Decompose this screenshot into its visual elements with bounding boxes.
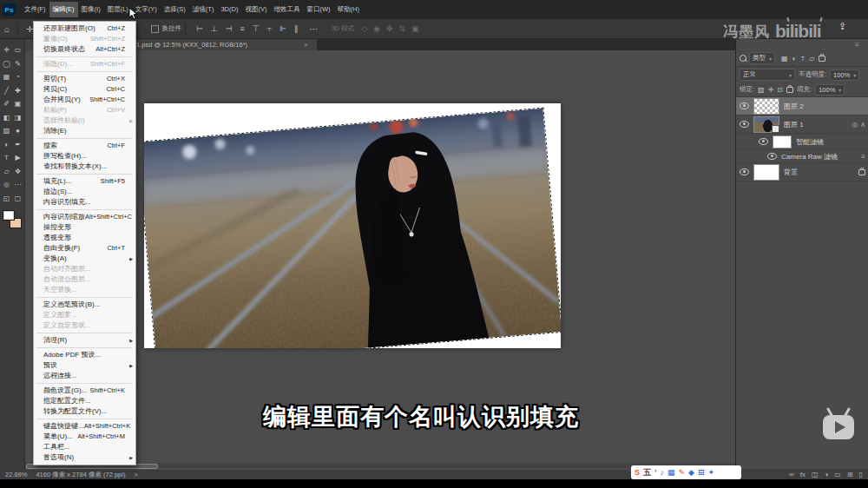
layer-name[interactable]: 图层 2 — [784, 102, 804, 111]
align-icon[interactable]: ≡ — [240, 24, 244, 34]
edit-menu-item[interactable]: 定义图案... — [34, 310, 135, 320]
tool-icon[interactable]: ✥ — [12, 165, 23, 179]
menubar-item[interactable]: 视图(V) — [241, 2, 270, 17]
color-swatches[interactable] — [3, 210, 22, 228]
input-toolbar-icon[interactable]: ’ — [654, 465, 657, 479]
document-canvas[interactable] — [144, 103, 561, 348]
edit-menu-item[interactable]: 工具栏... — [34, 442, 135, 452]
edit-menu-item[interactable]: 合并拷贝(Y) Shift+Ctrl+C — [34, 95, 135, 105]
edit-menu-item[interactable]: 菜单(U)... Alt+Shift+Ctrl+M — [34, 432, 135, 442]
menubar-item[interactable]: 窗口(W) — [303, 2, 333, 17]
lock-option-icon[interactable]: ⊡ — [777, 86, 783, 94]
edit-menu-item[interactable]: 切换最终状态 Alt+Ctrl+Z — [34, 44, 135, 55]
menubar-item[interactable]: 帮助(H) — [334, 2, 363, 17]
layer-row-layer2[interactable]: 图层 2 — [736, 97, 868, 115]
tool-icon[interactable]: T — [1, 151, 12, 165]
lock-option-icon[interactable]: ✛ — [768, 86, 774, 94]
fill-dropdown[interactable]: 100% ▾ — [815, 84, 845, 96]
input-toolbar-icon[interactable]: ♪ — [661, 465, 665, 479]
more-options-icon[interactable]: ⋯ — [309, 24, 318, 34]
smart-filters-label[interactable]: 智能滤镜 — [796, 137, 824, 147]
tool-icon[interactable]: ◔ — [12, 70, 23, 84]
camera-raw-label[interactable]: Camera Raw 滤镜 — [781, 152, 838, 162]
menubar-item[interactable]: 增效工具 — [270, 2, 303, 17]
menubar-item[interactable]: 编辑(E) — [49, 2, 78, 17]
tool-icon[interactable]: ▦ — [1, 70, 12, 84]
edit-menu-item[interactable]: 天空替换... — [34, 285, 135, 295]
edit-menu-item[interactable]: 渐隐(D)... Shift+Ctrl+F — [34, 59, 135, 69]
edit-menu-item[interactable]: 描边(S)... — [34, 187, 135, 197]
input-toolbar-icon[interactable]: ✎ — [679, 465, 686, 479]
menubar-item[interactable]: 选择(S) — [161, 2, 189, 17]
tool-icon[interactable]: ▱ — [1, 165, 12, 179]
menubar-item[interactable]: 滤镜(T) — [189, 2, 218, 17]
edit-menu-item[interactable]: 颜色设置(G)... Shift+Ctrl+K — [34, 386, 135, 396]
close-tab-icon[interactable]: × — [304, 41, 308, 49]
layer-row-layer1[interactable]: 图层 1 ◎ ∧ — [736, 115, 868, 134]
edit-menu-item[interactable]: 重做(O) Shift+Ctrl+Z — [34, 34, 135, 44]
edit-menu-item[interactable]: 填充(L)... Shift+F5 — [34, 176, 135, 187]
align-icon[interactable]: ⊢ — [196, 24, 203, 34]
panel-bottom-icon[interactable]: ⊞ — [847, 471, 853, 478]
align-icon[interactable]: ⊣ — [226, 24, 233, 34]
tool-icon[interactable]: ◎ — [1, 178, 12, 192]
input-toolbar-icon[interactable]: ▦ — [667, 465, 675, 479]
tool-icon[interactable]: ▨ — [1, 124, 12, 138]
tool-icon[interactable]: ▢ — [12, 192, 23, 206]
tool-icon[interactable]: ◧ — [1, 111, 12, 125]
edit-menu-item[interactable]: 预设 — [34, 360, 135, 371]
visibility-eye-icon[interactable] — [767, 153, 777, 160]
mode3d-icon[interactable]: ◉ — [373, 24, 380, 33]
edit-menu-item[interactable]: 远程连接... — [34, 371, 135, 381]
visibility-eye-icon[interactable] — [740, 121, 749, 128]
edit-menu-item[interactable]: 指定配置文件... — [34, 396, 135, 406]
tool-icon[interactable]: ▭ — [12, 43, 23, 57]
mode3d-icon[interactable]: ⇅ — [399, 24, 406, 33]
edit-menu-item[interactable]: 搜索 Ctrl+F — [34, 141, 135, 151]
search-icon[interactable] — [740, 55, 746, 62]
panel-bottom-icon[interactable]: ▭ — [834, 471, 841, 478]
panel-bottom-icon[interactable]: ▯ — [859, 471, 863, 478]
panel-bottom-icon[interactable]: ◫ — [812, 471, 819, 478]
edit-menu-item[interactable]: 透视变形 — [34, 233, 135, 243]
input-toolbar-icon[interactable]: ◆ — [688, 465, 694, 479]
edit-menu-item[interactable]: 自动对齐图层... — [34, 264, 135, 274]
camera-raw-filter-row[interactable]: Camera Raw 滤镜 ≡ — [736, 150, 868, 163]
edit-menu-item[interactable]: 清理(R) — [34, 335, 135, 346]
align-icon[interactable]: ∥ — [294, 24, 299, 34]
edit-menu-item[interactable]: 转换为配置文件(V)... — [34, 406, 135, 417]
layer2-thumbnail[interactable] — [753, 98, 779, 115]
edit-menu-item[interactable]: 自动混合图层... — [34, 274, 135, 285]
edit-menu-item[interactable]: 内容识别缩放 Alt+Shift+Ctrl+C — [34, 212, 135, 222]
filter-options-icon[interactable]: ≡ — [861, 153, 865, 161]
edit-menu-item[interactable]: 查找和替换文本(X)... — [34, 162, 135, 172]
opacity-dropdown[interactable]: 100% ▾ — [830, 69, 859, 81]
edit-menu-item[interactable]: 变换(A) — [34, 254, 135, 264]
edit-menu-item[interactable]: 还原新建图层(O) Ctrl+Z — [34, 23, 135, 34]
photo-layer-selection[interactable] — [144, 108, 561, 348]
foreground-color-swatch[interactable] — [3, 210, 15, 221]
edit-menu-item[interactable]: 自由变换(F) Ctrl+T — [34, 243, 135, 254]
filter-kind-icon[interactable]: T — [800, 55, 805, 63]
menubar-item[interactable]: 图像(I) — [78, 2, 104, 17]
lock-option-icon[interactable]: ▨ — [758, 86, 765, 94]
smart-filter-mask-thumbnail[interactable] — [773, 135, 792, 148]
edit-menu-item[interactable]: 键盘快捷键... Alt+Shift+Ctrl+K — [34, 421, 135, 432]
input-toolbar-icon[interactable]: S — [635, 465, 640, 479]
input-toolbar-icon[interactable]: ✦ — [708, 465, 715, 479]
edit-menu-item[interactable]: 剪切(T) Ctrl+X — [34, 74, 135, 84]
panel-more-icon[interactable]: ≡ — [855, 42, 859, 48]
bilibili-tv-icon[interactable] — [819, 406, 858, 450]
edit-menu-item[interactable]: 操控变形 — [34, 222, 135, 233]
mode3d-icon[interactable]: ◇ — [361, 24, 367, 33]
edit-menu-item[interactable]: 定义自定形状... — [34, 320, 135, 331]
smart-filter-badge-icon[interactable]: ◎ — [852, 121, 858, 129]
collapse-filters-icon[interactable]: ∧ — [860, 121, 865, 129]
edit-menu-item[interactable]: 粘贴(P) Ctrl+V — [34, 105, 135, 115]
panel-bottom-icon[interactable]: ∞ — [789, 471, 794, 478]
layer1-thumbnail[interactable] — [753, 116, 779, 133]
tool-icon[interactable]: ╱ — [1, 84, 12, 98]
panel-bottom-icon[interactable]: fx — [800, 471, 806, 478]
tool-icon[interactable]: ◗ — [1, 138, 12, 152]
visibility-eye-icon[interactable] — [759, 138, 768, 145]
